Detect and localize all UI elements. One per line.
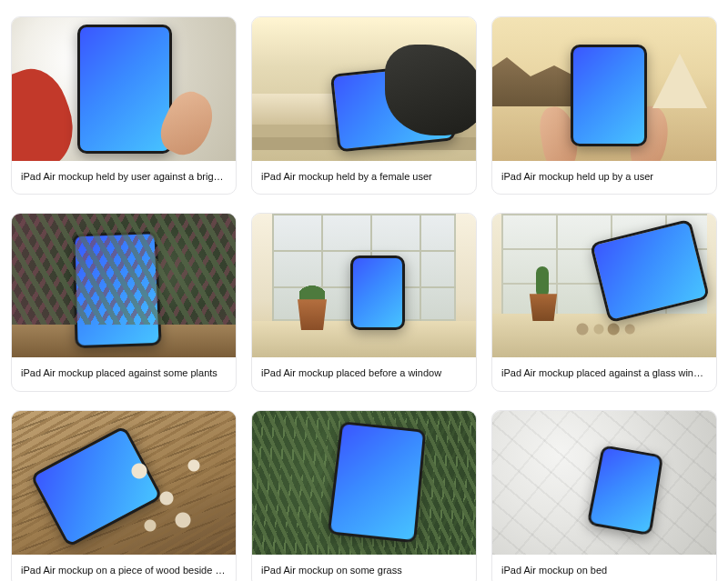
mockup-card[interactable]: iPad Air mockup held by user against a b… bbox=[11, 16, 237, 195]
mockup-card[interactable]: iPad Air mockup held up by a user bbox=[491, 16, 717, 195]
mockup-caption: iPad Air mockup placed before a window bbox=[252, 357, 476, 390]
mockup-thumbnail bbox=[252, 17, 476, 161]
mockup-thumbnail bbox=[12, 17, 236, 161]
mockup-thumbnail bbox=[492, 17, 716, 161]
window-sill-icon bbox=[492, 314, 716, 357]
tablet-device-icon bbox=[571, 45, 647, 146]
tablet-device-icon bbox=[350, 255, 405, 330]
mockup-thumbnail bbox=[492, 411, 716, 555]
mockup-card[interactable]: iPad Air mockup held by a female user bbox=[251, 16, 477, 195]
cactus-icon bbox=[536, 266, 549, 297]
mockup-card[interactable]: iPad Air mockup placed before a window bbox=[251, 213, 477, 391]
tablet-device-icon bbox=[330, 62, 456, 152]
rocks-icon bbox=[574, 323, 656, 336]
mockup-caption: iPad Air mockup on a piece of wood besid… bbox=[12, 555, 236, 581]
mockup-thumbnail bbox=[12, 411, 236, 555]
mockup-card[interactable]: iPad Air mockup on a piece of wood besid… bbox=[11, 410, 237, 581]
mockup-caption: iPad Air mockup held up by a user bbox=[492, 161, 716, 194]
mockup-card[interactable]: iPad Air mockup placed against a glass w… bbox=[491, 213, 717, 391]
mockup-thumbnail bbox=[492, 214, 716, 357]
tablet-device-icon bbox=[30, 425, 163, 547]
mockup-card[interactable]: iPad Air mockup on bed bbox=[491, 410, 717, 581]
mockup-card[interactable]: iPad Air mockup placed against some plan… bbox=[11, 213, 237, 391]
mockup-thumbnail bbox=[12, 214, 236, 357]
mockup-thumbnail bbox=[252, 214, 476, 357]
mockup-caption: iPad Air mockup held by user against a b… bbox=[12, 161, 236, 194]
mockup-grid: iPad Air mockup held by user against a b… bbox=[11, 16, 717, 581]
tablet-device-icon bbox=[587, 445, 663, 536]
mockup-caption: iPad Air mockup on bed bbox=[492, 555, 716, 581]
mockup-caption: iPad Air mockup placed against some plan… bbox=[12, 357, 236, 390]
mockup-thumbnail bbox=[252, 411, 476, 555]
tablet-device-icon bbox=[77, 25, 172, 154]
tablet-device-icon bbox=[72, 232, 161, 349]
mockup-caption: iPad Air mockup on some grass bbox=[252, 555, 476, 581]
mockup-card[interactable]: iPad Air mockup on some grass bbox=[251, 410, 477, 581]
tablet-device-icon bbox=[328, 421, 427, 543]
mockup-caption: iPad Air mockup placed against a glass w… bbox=[492, 357, 716, 390]
plant-icon bbox=[299, 277, 325, 303]
mockup-caption: iPad Air mockup held by a female user bbox=[252, 161, 476, 194]
